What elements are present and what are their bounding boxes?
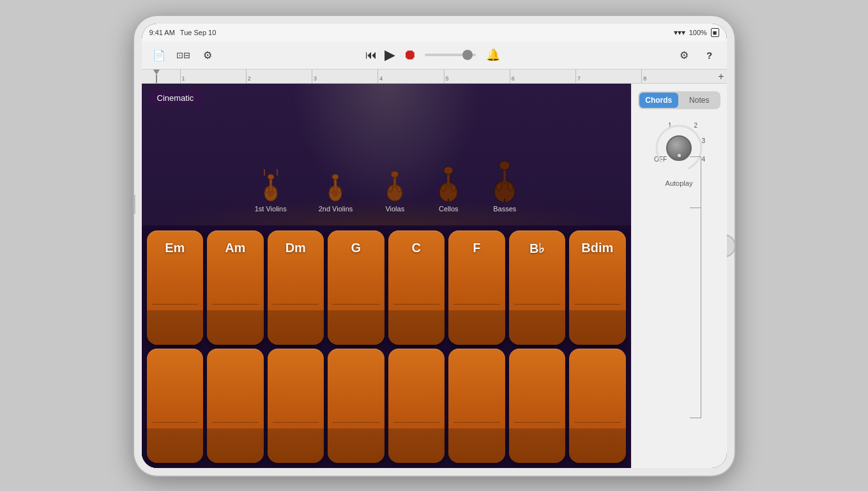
settings-button[interactable]: ⚙ — [674, 45, 694, 64]
instrument-panel: Cinematic — [142, 84, 631, 468]
controls-panel: Chords Notes OFF 1 2 3 4 — [631, 84, 727, 468]
instrument-1st-violins-label: 1st Violins — [255, 205, 287, 213]
bass-icon — [492, 156, 517, 202]
instrument-1st-violins[interactable]: 1st Violins — [255, 169, 287, 213]
document-button[interactable]: 📄 — [149, 45, 169, 64]
chord-notes-toggle: Chords Notes — [638, 91, 720, 109]
mixer-icon: ⚙ — [203, 49, 212, 61]
play-button[interactable]: ▶ — [385, 47, 395, 63]
instrument-label: Cinematic — [148, 90, 203, 106]
chord-pad-bb[interactable]: B♭ — [509, 230, 566, 345]
tempo-slider[interactable] — [425, 54, 476, 56]
chord-pad-em[interactable]: Em — [147, 230, 204, 345]
add-section-button[interactable]: + — [718, 71, 724, 82]
cello-icon — [437, 162, 460, 202]
instrument-cellos-label: Cellos — [439, 205, 459, 213]
viola-icon — [385, 165, 405, 202]
chord-pad-r2-5[interactable] — [388, 349, 445, 463]
knob-indicator — [678, 154, 681, 157]
chord-pad-dm[interactable]: Dm — [268, 230, 324, 345]
chord-pad-r2-8[interactable] — [569, 349, 626, 463]
autoplay-section: OFF 1 2 3 4 Autoplay — [650, 119, 708, 187]
svg-point-3 — [268, 190, 273, 197]
svg-point-17 — [391, 171, 399, 178]
instruments-row: 1st Violins 2nd Violins — [142, 103, 631, 225]
svg-point-28 — [499, 161, 510, 170]
instrument-violas-label: Violas — [385, 205, 404, 213]
toolbar-center: ⏮ ▶ ⏺ 🔔 — [341, 45, 528, 64]
violin-icon-1 — [262, 169, 280, 202]
instrument-basses-label: Basses — [493, 205, 516, 213]
svg-point-22 — [444, 167, 453, 174]
chord-pad-r2-1[interactable] — [147, 349, 204, 463]
autoplay-knob[interactable] — [666, 135, 692, 161]
time-display: 9:41 AM — [149, 29, 175, 36]
main-content: Cinematic — [142, 84, 727, 468]
chord-pad-r2-3[interactable] — [268, 349, 324, 463]
mixer-button[interactable]: ⚙ — [198, 45, 217, 64]
metronome-button[interactable]: 🔔 — [483, 45, 503, 64]
violin-icon-2 — [326, 169, 344, 202]
chord-pad-r2-4[interactable] — [328, 349, 385, 463]
status-right: ▾▾▾ 100% ■ — [674, 28, 719, 37]
autoplay-knob-area: OFF 1 2 3 4 — [650, 119, 708, 177]
tracks-button[interactable]: ⊡⊟ — [174, 45, 193, 64]
toolbar: 📄 ⊡⊟ ⚙ ⏮ ▶ ⏺ — [142, 42, 727, 70]
toolbar-left: 📄 ⊡⊟ ⚙ — [149, 45, 336, 64]
toolbar-right: ⚙ ? — [533, 45, 719, 64]
notes-tab[interactable]: Notes — [680, 93, 719, 108]
status-left: 9:41 AM Tue Sep 10 — [149, 29, 217, 36]
battery-icon: ■ — [711, 28, 719, 37]
svg-point-2 — [268, 174, 274, 179]
autoplay-label: Autoplay — [666, 179, 693, 187]
battery-display: 100% — [689, 29, 707, 36]
instrument-basses[interactable]: Basses — [492, 156, 517, 213]
playhead-marker — [153, 70, 160, 84]
tracks-icon: ⊡⊟ — [176, 50, 190, 60]
chord-pad-f[interactable]: F — [448, 230, 505, 345]
side-button[interactable] — [134, 195, 135, 214]
date-display: Tue Sep 10 — [180, 29, 216, 36]
ruler-ticks: 1 2 3 4 5 6 — [142, 70, 708, 83]
record-button[interactable]: ⏺ — [403, 47, 417, 63]
instrument-2nd-violins[interactable]: 2nd Violins — [319, 169, 353, 213]
status-bar: 9:41 AM Tue Sep 10 ▾▾▾ 100% ■ — [142, 24, 727, 42]
instrument-cellos[interactable]: Cellos — [437, 162, 460, 213]
svg-point-11 — [332, 174, 339, 179]
chord-pad-c[interactable]: C — [388, 230, 445, 345]
chords-tab[interactable]: Chords — [639, 93, 679, 108]
chord-pad-g[interactable]: G — [328, 230, 385, 345]
tempo-thumb — [462, 50, 473, 60]
instrument-2nd-violins-label: 2nd Violins — [319, 205, 353, 213]
chord-pads-grid: Em Am Dm G C — [142, 225, 631, 468]
document-icon: 📄 — [153, 49, 165, 61]
chord-pad-am[interactable]: Am — [207, 230, 264, 345]
chord-pad-r2-7[interactable] — [509, 349, 566, 463]
screen: 9:41 AM Tue Sep 10 ▾▾▾ 100% ■ 📄 ⊡⊟ — [142, 24, 727, 468]
ipad-frame: 9:41 AM Tue Sep 10 ▾▾▾ 100% ■ 📄 ⊡⊟ — [134, 16, 735, 476]
instrument-violas[interactable]: Violas — [385, 165, 405, 213]
rewind-button[interactable]: ⏮ — [365, 49, 377, 62]
wifi-icon: ▾▾▾ — [674, 28, 685, 37]
chord-pad-r2-6[interactable] — [448, 349, 505, 463]
timeline-ruler: 1 2 3 4 5 6 — [142, 70, 727, 84]
chord-pad-bdim[interactable]: Bdim — [569, 230, 626, 345]
svg-point-12 — [333, 190, 338, 197]
chord-pad-r2-2[interactable] — [207, 349, 264, 463]
help-button[interactable]: ? — [700, 45, 719, 64]
